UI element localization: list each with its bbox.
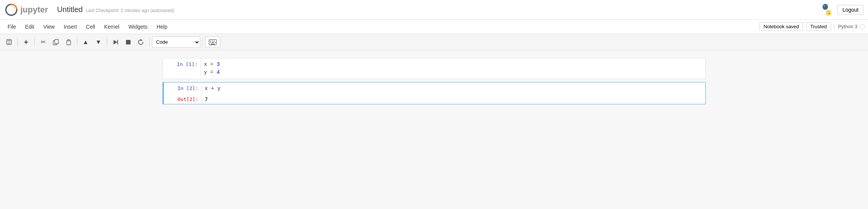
topbar-right: Logout bbox=[820, 3, 863, 17]
run-next-icon bbox=[112, 39, 118, 45]
kernel-status-circle bbox=[860, 24, 865, 29]
cell-2-input-row: In [2]: x + y bbox=[164, 82, 705, 95]
svg-rect-21 bbox=[210, 42, 211, 43]
copy-cell-button[interactable] bbox=[50, 37, 62, 48]
trusted-button[interactable]: Trusted bbox=[806, 22, 831, 31]
menu-edit[interactable]: Edit bbox=[21, 21, 39, 32]
logout-button[interactable]: Logout bbox=[837, 5, 863, 15]
cell-1-code[interactable]: x = 3 y = 4 bbox=[204, 61, 702, 76]
keyboard-icon bbox=[209, 39, 217, 45]
svg-rect-7 bbox=[8, 40, 11, 41]
svg-point-4 bbox=[824, 5, 825, 6]
svg-rect-19 bbox=[212, 41, 213, 41]
notebook-saved-button[interactable]: Notebook saved bbox=[759, 22, 803, 31]
jupyter-logo-icon bbox=[5, 3, 18, 17]
cell-2-code[interactable]: x + y bbox=[205, 85, 702, 93]
svg-rect-10 bbox=[55, 40, 58, 44]
svg-point-1 bbox=[11, 14, 12, 16]
notebook-area: In [1]: x = 3 y = 4 In [2]: x bbox=[0, 50, 868, 201]
menu-file[interactable]: File bbox=[3, 21, 21, 32]
cell-2-output-prompt: Out[2]: bbox=[164, 95, 201, 104]
topbar: jupyter Untitled Last Checkpoint: 2 minu… bbox=[0, 0, 868, 20]
cell-2[interactable]: In [2]: x + y Out[2]: 7 bbox=[163, 82, 706, 104]
python-logo-icon bbox=[820, 3, 834, 17]
kernel-name-label: Python 3 bbox=[838, 24, 857, 29]
separator-4 bbox=[107, 38, 107, 47]
cell-2-output-content: 7 bbox=[201, 95, 705, 104]
svg-rect-24 bbox=[211, 44, 215, 44]
svg-rect-23 bbox=[215, 42, 216, 43]
menubar-right: Notebook saved Trusted Python 3 bbox=[759, 22, 865, 31]
code-line-2: y = 4 bbox=[204, 69, 702, 76]
menu-widgets[interactable]: Widgets bbox=[124, 21, 152, 32]
code-line-3: x + y bbox=[205, 85, 702, 93]
restart-button[interactable] bbox=[135, 37, 147, 48]
menu-help[interactable]: Help bbox=[152, 21, 172, 32]
menu-view[interactable]: View bbox=[39, 21, 59, 32]
cell-2-content[interactable]: x + y bbox=[201, 82, 705, 95]
keyboard-shortcuts-button[interactable] bbox=[205, 37, 220, 48]
svg-rect-20 bbox=[214, 41, 215, 41]
kernel-info: Python 3 bbox=[834, 24, 865, 29]
paste-icon bbox=[66, 39, 72, 45]
cell-2-container: In [2]: x + y Out[2]: 7 bbox=[155, 82, 713, 104]
cell-2-inner: In [2]: x + y Out[2]: 7 bbox=[164, 82, 705, 104]
svg-rect-15 bbox=[126, 40, 131, 44]
separator-2 bbox=[34, 38, 35, 47]
separator-3 bbox=[77, 38, 77, 47]
separator-5 bbox=[149, 38, 150, 47]
code-line-1: x = 3 bbox=[204, 61, 702, 69]
svg-point-3 bbox=[826, 10, 831, 16]
cell-2-prompt: In [2]: bbox=[164, 82, 201, 94]
move-down-button[interactable]: ▼ bbox=[92, 37, 104, 48]
interrupt-icon bbox=[126, 40, 131, 45]
add-cell-button[interactable]: + bbox=[20, 37, 32, 48]
copy-icon bbox=[53, 39, 59, 45]
save-button[interactable] bbox=[3, 37, 15, 48]
svg-rect-22 bbox=[212, 42, 214, 43]
save-icon bbox=[6, 39, 12, 45]
cell-1[interactable]: In [1]: x = 3 y = 4 bbox=[163, 58, 706, 79]
jupyter-wordmark: jupyter bbox=[20, 5, 48, 15]
svg-point-5 bbox=[829, 13, 830, 14]
cell-type-dropdown[interactable]: Code Markdown Raw NBConvert bbox=[152, 37, 200, 48]
svg-point-0 bbox=[11, 3, 12, 5]
menu-insert[interactable]: Insert bbox=[59, 21, 81, 32]
menu-cell[interactable]: Cell bbox=[81, 21, 100, 32]
cell-1-container: In [1]: x = 3 y = 4 bbox=[155, 58, 713, 79]
cell-1-prompt: In [1]: bbox=[163, 58, 201, 70]
menubar: File Edit View Insert Cell Kernel Widget… bbox=[0, 20, 868, 34]
cell-1-content[interactable]: x = 3 y = 4 bbox=[201, 58, 705, 79]
menu-kernel[interactable]: Kernel bbox=[100, 21, 124, 32]
logo-area: jupyter bbox=[5, 3, 49, 17]
svg-rect-12 bbox=[68, 40, 70, 41]
restart-icon bbox=[138, 39, 144, 45]
notebook-title[interactable]: Untitled bbox=[57, 5, 83, 14]
svg-point-2 bbox=[823, 4, 828, 10]
svg-rect-14 bbox=[117, 40, 118, 44]
cell-2-output-row: Out[2]: 7 bbox=[164, 95, 705, 104]
move-up-button[interactable]: ▲ bbox=[80, 37, 92, 48]
run-next-button[interactable] bbox=[109, 37, 121, 48]
svg-marker-13 bbox=[114, 40, 117, 44]
separator-1 bbox=[17, 38, 18, 47]
separator-6 bbox=[203, 38, 203, 47]
svg-rect-11 bbox=[67, 41, 71, 45]
svg-rect-8 bbox=[8, 43, 10, 44]
paste-cell-button[interactable] bbox=[63, 37, 75, 48]
toolbar: + ✂ ▲ ▼ Code Markdown Raw NBConvert bbox=[0, 34, 868, 50]
svg-rect-18 bbox=[210, 41, 211, 41]
checkpoint-info: Last Checkpoint: 2 minutes ago (autosave… bbox=[86, 8, 174, 13]
interrupt-button[interactable] bbox=[122, 37, 134, 48]
cut-cell-button[interactable]: ✂ bbox=[37, 37, 49, 48]
